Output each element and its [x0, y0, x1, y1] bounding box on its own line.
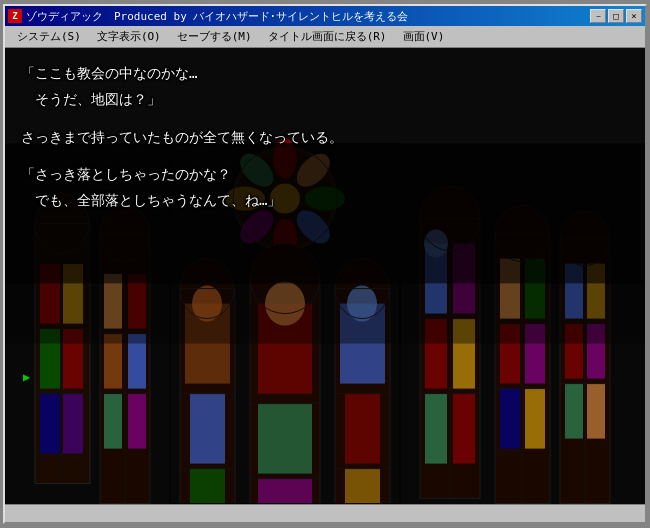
svg-rect-93 — [525, 389, 545, 449]
svg-rect-22 — [128, 394, 146, 449]
dialog-line-4: 「さっき落としちゃったのかな？ — [21, 163, 629, 187]
svg-rect-45 — [190, 394, 225, 464]
menu-bar: システム(S) 文字表示(O) セーブする(M) タイトル画面に戻る(R) 画面… — [5, 26, 645, 48]
dialog-line-1: 「ここも教会の中なのかな… — [21, 62, 629, 86]
dialog-arrow: ▶ — [23, 370, 30, 384]
title-bar-left: Z ゾウディアック Produced by バイオハザード･サイレントヒルを考え… — [8, 9, 408, 24]
dialog-line-3: さっきまで持っていたものが全て無くなっている。 — [21, 126, 629, 150]
svg-rect-80 — [453, 394, 475, 464]
menu-save[interactable]: セーブする(M) — [169, 27, 260, 46]
dialog-block-3: 「さっき落としちゃったのかな？ でも、全部落としちゃうなんて、ね…」 — [21, 163, 629, 213]
svg-rect-106 — [587, 384, 605, 439]
svg-rect-90 — [500, 389, 520, 449]
dialog-text-area: 「ここも教会の中なのかな… そうだ、地図は？」 さっきまで持っていたものが全て無… — [5, 48, 645, 241]
close-button[interactable]: × — [626, 9, 642, 23]
dialog-line-5: でも、全部落としちゃうなんて、ね…」 — [21, 189, 629, 213]
menu-system[interactable]: システム(S) — [9, 27, 89, 46]
maximize-button[interactable]: □ — [608, 9, 624, 23]
dialog-block-1: 「ここも教会の中なのかな… そうだ、地図は？」 — [21, 62, 629, 112]
menu-title-screen[interactable]: タイトル画面に戻る(R) — [260, 27, 395, 46]
title-buttons: － □ × — [590, 9, 642, 23]
window-title: ゾウディアック Produced by バイオハザード･サイレントヒルを考える会 — [26, 9, 408, 24]
title-bar: Z ゾウディアック Produced by バイオハザード･サイレントヒルを考え… — [5, 6, 645, 26]
svg-rect-66 — [345, 469, 380, 504]
main-window: Z ゾウディアック Produced by バイオハザード･サイレントヒルを考え… — [3, 4, 647, 524]
svg-rect-5 — [40, 394, 60, 454]
menu-text-display[interactable]: 文字表示(O) — [89, 27, 169, 46]
menu-screen[interactable]: 画面(V) — [395, 27, 453, 46]
svg-rect-19 — [104, 394, 122, 449]
minimize-button[interactable]: － — [590, 9, 606, 23]
status-bar — [5, 504, 645, 522]
svg-rect-113 — [5, 284, 645, 344]
svg-rect-77 — [425, 394, 447, 464]
dialog-line-2: そうだ、地図は？」 — [21, 88, 629, 112]
svg-rect-55 — [258, 404, 312, 474]
svg-rect-46 — [190, 469, 225, 504]
content-area: 「ここも教会の中なのかな… そうだ、地図は？」 さっきまで持っていたものが全て無… — [5, 48, 645, 504]
svg-rect-103 — [565, 384, 583, 439]
app-icon: Z — [8, 9, 22, 23]
svg-rect-8 — [63, 394, 83, 454]
svg-rect-56 — [258, 479, 312, 504]
svg-rect-65 — [345, 394, 380, 464]
dialog-block-2: さっきまで持っていたものが全て無くなっている。 — [21, 126, 629, 150]
